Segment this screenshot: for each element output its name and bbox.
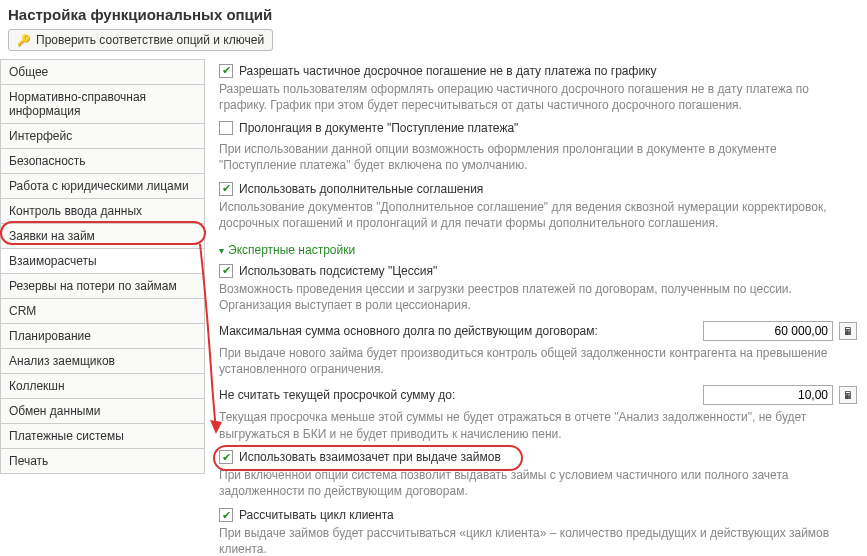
- opt-offset[interactable]: Использовать взаимозачет при выдаче займ…: [219, 450, 501, 464]
- checkbox-icon[interactable]: [219, 264, 233, 278]
- sidebar-item[interactable]: Платежные системы: [0, 424, 205, 449]
- label-ignore-overdue: Не считать текущей просрочкой сумму до:: [219, 388, 455, 402]
- hint-prolongation: При использовании данной опции возможнос…: [219, 141, 857, 173]
- sidebar-item[interactable]: Работа с юридическими лицами: [0, 174, 205, 199]
- chevron-down-icon: ▾: [219, 245, 224, 256]
- calculator-icon[interactable]: 🖩: [839, 386, 857, 404]
- key-icon: 🔑: [17, 34, 31, 47]
- sidebar-item[interactable]: Коллекшн: [0, 374, 205, 399]
- sidebar-item[interactable]: Интерфейс: [0, 124, 205, 149]
- sidebar-item[interactable]: Контроль ввода данных: [0, 199, 205, 224]
- check-compliance-label: Проверить соответствие опций и ключей: [36, 33, 264, 47]
- opt-extra-agreements[interactable]: Использовать дополнительные соглашения: [219, 182, 483, 196]
- sidebar-item[interactable]: Взаиморасчеты: [0, 249, 205, 274]
- checkbox-icon[interactable]: [219, 64, 233, 78]
- opt-client-cycle[interactable]: Рассчитывать цикл клиента: [219, 508, 394, 522]
- sidebar-item[interactable]: Заявки на займ: [0, 224, 205, 249]
- hint-cession: Возможность проведения цессии и загрузки…: [219, 281, 857, 313]
- page-title: Настройка функциональных опций: [0, 0, 867, 27]
- label-max-sum: Максимальная сумма основного долга по де…: [219, 324, 598, 338]
- sidebar-item[interactable]: Анализ заемщиков: [0, 349, 205, 374]
- input-max-sum[interactable]: [703, 321, 833, 341]
- sidebar-item[interactable]: Общее: [0, 60, 205, 85]
- hint-offset: При включенной опции система позволит вы…: [219, 467, 857, 499]
- hint-client-cycle: При выдаче займов будет рассчитываться «…: [219, 525, 857, 556]
- main-panel: Разрешать частичное досрочное погашение …: [205, 59, 867, 556]
- field-max-sum: Максимальная сумма основного долга по де…: [219, 321, 857, 341]
- opt-partial-early[interactable]: Разрешать частичное досрочное погашение …: [219, 64, 656, 78]
- sidebar-item[interactable]: Обмен данными: [0, 399, 205, 424]
- input-ignore-overdue[interactable]: [703, 385, 833, 405]
- sidebar-item[interactable]: Планирование: [0, 324, 205, 349]
- field-ignore-overdue: Не считать текущей просрочкой сумму до: …: [219, 385, 857, 405]
- hint-max-sum: При выдаче нового займа будет производит…: [219, 345, 857, 377]
- checkbox-icon[interactable]: [219, 121, 233, 135]
- checkbox-icon[interactable]: [219, 450, 233, 464]
- sidebar-item[interactable]: Нормативно-справочная информация: [0, 85, 205, 124]
- sidebar-item[interactable]: Безопасность: [0, 149, 205, 174]
- hint-extra-agreements: Использование документов "Дополнительное…: [219, 199, 857, 231]
- checkbox-icon[interactable]: [219, 182, 233, 196]
- sidebar-item[interactable]: Резервы на потери по займам: [0, 274, 205, 299]
- sidebar-item[interactable]: CRM: [0, 299, 205, 324]
- opt-prolongation[interactable]: Пролонгация в документе "Поступление пла…: [219, 121, 518, 135]
- expert-settings-toggle[interactable]: ▾ Экспертные настройки: [219, 243, 355, 257]
- calculator-icon[interactable]: 🖩: [839, 322, 857, 340]
- checkbox-icon[interactable]: [219, 508, 233, 522]
- toolbar: 🔑 Проверить соответствие опций и ключей: [0, 27, 867, 59]
- opt-cession[interactable]: Использовать подсистему "Цессия": [219, 264, 437, 278]
- check-compliance-button[interactable]: 🔑 Проверить соответствие опций и ключей: [8, 29, 273, 51]
- sidebar: ОбщееНормативно-справочная информацияИнт…: [0, 59, 205, 556]
- sidebar-item[interactable]: Печать: [0, 449, 205, 474]
- hint-ignore-overdue: Текущая просрочка меньше этой суммы не б…: [219, 409, 857, 441]
- hint-partial-early: Разрешать пользователям оформлять операц…: [219, 81, 857, 113]
